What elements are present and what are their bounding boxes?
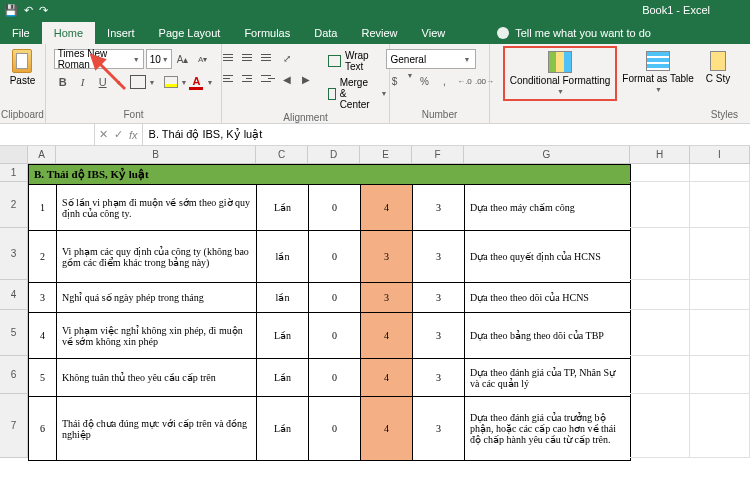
inc-decimal-button[interactable]: ←.0 xyxy=(455,72,473,90)
cell[interactable]: Thái độ chưa đúng mực với cấp trên và đồ… xyxy=(57,397,257,461)
cell[interactable]: 4 xyxy=(361,185,413,231)
select-all-corner[interactable] xyxy=(0,146,28,163)
tab-pagelayout[interactable]: Page Layout xyxy=(147,22,233,44)
paste-button[interactable]: Paste xyxy=(10,49,36,86)
cell[interactable]: 6 xyxy=(29,397,57,461)
cell[interactable]: Lần xyxy=(257,397,309,461)
border-button[interactable] xyxy=(130,75,146,89)
cell[interactable]: 3 xyxy=(413,283,465,313)
format-as-table-button[interactable]: Format as Table▼ xyxy=(618,49,698,96)
cell[interactable]: Dựa theo theo dõi của HCNS xyxy=(465,283,631,313)
comma-button[interactable]: , xyxy=(435,72,453,90)
tab-view[interactable]: View xyxy=(410,22,458,44)
align-left-button[interactable] xyxy=(221,70,239,86)
align-middle-button[interactable] xyxy=(240,49,258,65)
cell[interactable]: lần xyxy=(257,283,309,313)
col-header-E[interactable]: E xyxy=(360,146,412,163)
cell-styles-button[interactable]: C Sty xyxy=(702,49,734,86)
fb-enter-icon[interactable]: ✓ xyxy=(114,128,123,141)
tell-me[interactable]: Tell me what you want to do xyxy=(487,22,661,44)
cell[interactable]: 3 xyxy=(413,185,465,231)
cell[interactable]: Lần xyxy=(257,313,309,359)
tab-insert[interactable]: Insert xyxy=(95,22,147,44)
tab-home[interactable]: Home xyxy=(42,22,95,44)
col-header-G[interactable]: G xyxy=(464,146,630,163)
align-right-button[interactable] xyxy=(259,70,277,86)
cell[interactable]: 0 xyxy=(309,231,361,283)
cell[interactable]: Dựa theo máy chấm công xyxy=(465,185,631,231)
cell[interactable]: Lần xyxy=(257,359,309,397)
number-format-select[interactable]: General▼ xyxy=(386,49,476,69)
percent-button[interactable]: % xyxy=(415,72,433,90)
grow-font-button[interactable]: A▴ xyxy=(174,50,192,68)
bold-button[interactable]: B xyxy=(54,73,72,91)
formula-input[interactable]: B. Thái độ IBS, Kỷ luật xyxy=(143,124,750,145)
col-header-H[interactable]: H xyxy=(630,146,690,163)
underline-button[interactable]: U xyxy=(94,73,112,91)
wrap-text-button[interactable]: Wrap Text xyxy=(325,49,391,73)
font-size-select[interactable]: 10▼ xyxy=(146,49,172,69)
cell[interactable]: 5 xyxy=(29,359,57,397)
cell[interactable]: 2 xyxy=(29,231,57,283)
tab-file[interactable]: File xyxy=(0,22,42,44)
currency-button[interactable]: $ xyxy=(386,72,404,90)
align-top-button[interactable] xyxy=(221,49,239,65)
cell[interactable]: 0 xyxy=(309,283,361,313)
row-header-7[interactable]: 7 xyxy=(0,394,28,458)
cell[interactable]: lần xyxy=(257,231,309,283)
cell[interactable]: 4 xyxy=(361,397,413,461)
fill-color-button[interactable] xyxy=(164,76,178,88)
row-header-1[interactable]: 1 xyxy=(0,164,28,182)
cell[interactable]: Lần xyxy=(257,185,309,231)
cell[interactable]: 3 xyxy=(413,313,465,359)
indent-inc-button[interactable]: ▶ xyxy=(297,70,315,88)
cell[interactable]: 3 xyxy=(413,359,465,397)
cell[interactable]: Dựa theo đánh giá của trưởng bộ phận, ho… xyxy=(465,397,631,461)
cell[interactable]: Không tuân thủ theo yêu cầu cấp trên xyxy=(57,359,257,397)
row-header-3[interactable]: 3 xyxy=(0,228,28,280)
save-icon[interactable]: 💾 xyxy=(4,4,18,17)
row-header-2[interactable]: 2 xyxy=(0,182,28,228)
cell[interactable]: 0 xyxy=(309,359,361,397)
cell[interactable]: 3 xyxy=(29,283,57,313)
cell[interactable]: 1 xyxy=(29,185,57,231)
fx-icon[interactable]: fx xyxy=(129,129,138,141)
undo-icon[interactable]: ↶ xyxy=(24,4,33,17)
italic-button[interactable]: I xyxy=(74,73,92,91)
cell[interactable]: 3 xyxy=(413,397,465,461)
col-header-B[interactable]: B xyxy=(56,146,256,163)
cell[interactable]: 0 xyxy=(309,313,361,359)
cell[interactable]: 3 xyxy=(361,231,413,283)
col-header-I[interactable]: I xyxy=(690,146,750,163)
cell[interactable]: 4 xyxy=(29,313,57,359)
shrink-font-button[interactable]: A▾ xyxy=(194,50,212,68)
font-color-button[interactable]: A xyxy=(189,75,203,90)
cell[interactable]: 4 xyxy=(361,359,413,397)
cells-area[interactable]: B. Thái độ IBS, Kỷ luật1Số lần vi phạm đ… xyxy=(28,164,750,458)
name-box[interactable] xyxy=(0,124,95,145)
redo-icon[interactable]: ↷ xyxy=(39,4,48,17)
cell[interactable]: 0 xyxy=(309,185,361,231)
cell[interactable]: Dựa theo bảng theo dõi của TBP xyxy=(465,313,631,359)
col-header-C[interactable]: C xyxy=(256,146,308,163)
align-center-button[interactable] xyxy=(240,70,258,86)
conditional-formatting-button[interactable]: Conditional Formatting▼ xyxy=(506,49,615,98)
cell[interactable]: 3 xyxy=(413,231,465,283)
row-header-4[interactable]: 4 xyxy=(0,280,28,310)
cell[interactable]: Số lần vi phạm đi muộn về sớm theo giờ q… xyxy=(57,185,257,231)
col-header-F[interactable]: F xyxy=(412,146,464,163)
cell[interactable]: Dựa theo quyết định của HCNS xyxy=(465,231,631,283)
cell[interactable]: 0 xyxy=(309,397,361,461)
tab-review[interactable]: Review xyxy=(349,22,409,44)
col-header-D[interactable]: D xyxy=(308,146,360,163)
align-bottom-button[interactable] xyxy=(259,49,277,65)
cell[interactable]: Vi phạm các quy định của công ty (không … xyxy=(57,231,257,283)
tab-formulas[interactable]: Formulas xyxy=(232,22,302,44)
cell[interactable]: Nghỉ quá số ngày phép trong tháng xyxy=(57,283,257,313)
cell[interactable]: Vi phạm việc nghỉ không xin phép, đi muộ… xyxy=(57,313,257,359)
merge-center-button[interactable]: Merge & Center▼ xyxy=(325,76,391,111)
font-name-select[interactable]: Times New Roman▼ xyxy=(54,49,144,69)
col-header-A[interactable]: A xyxy=(28,146,56,163)
cell[interactable]: Dựa theo đánh giá của TP, Nhân Sự và các… xyxy=(465,359,631,397)
row-header-6[interactable]: 6 xyxy=(0,356,28,394)
